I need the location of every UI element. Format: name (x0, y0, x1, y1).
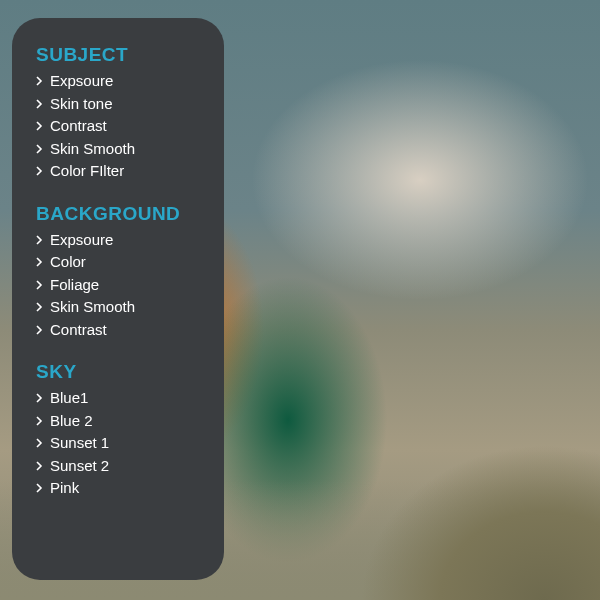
chevron-right-icon (36, 76, 46, 86)
section-background: BACKGROUND Expsoure Color Foliage Skin S… (36, 203, 214, 342)
chevron-right-icon (36, 438, 46, 448)
section-title-sky: SKY (36, 361, 214, 383)
item-label: Contrast (50, 319, 107, 342)
section-subject: SUBJECT Expsoure Skin tone Contrast Skin… (36, 44, 214, 183)
item-label: Skin tone (50, 93, 113, 116)
chevron-right-icon (36, 280, 46, 290)
item-label: Foliage (50, 274, 99, 297)
item-label: Pink (50, 477, 79, 500)
chevron-right-icon (36, 257, 46, 267)
section-title-background: BACKGROUND (36, 203, 214, 225)
item-label: Blue 2 (50, 410, 93, 433)
item-label: Blue1 (50, 387, 88, 410)
item-label: Color (50, 251, 86, 274)
item-subject-contrast[interactable]: Contrast (36, 115, 214, 138)
item-background-foliage[interactable]: Foliage (36, 274, 214, 297)
chevron-right-icon (36, 99, 46, 109)
item-label: Contrast (50, 115, 107, 138)
item-label: Sunset 2 (50, 455, 109, 478)
item-background-exposure[interactable]: Expsoure (36, 229, 214, 252)
item-subject-skin-smooth[interactable]: Skin Smooth (36, 138, 214, 161)
item-sky-sunset1[interactable]: Sunset 1 (36, 432, 214, 455)
section-sky: SKY Blue1 Blue 2 Sunset 1 Sunset 2 Pink (36, 361, 214, 500)
item-sky-pink[interactable]: Pink (36, 477, 214, 500)
chevron-right-icon (36, 235, 46, 245)
item-background-contrast[interactable]: Contrast (36, 319, 214, 342)
item-label: Expsoure (50, 229, 113, 252)
chevron-right-icon (36, 302, 46, 312)
item-label: Color FIlter (50, 160, 124, 183)
chevron-right-icon (36, 166, 46, 176)
item-sky-blue2[interactable]: Blue 2 (36, 410, 214, 433)
chevron-right-icon (36, 416, 46, 426)
item-label: Skin Smooth (50, 138, 135, 161)
chevron-right-icon (36, 325, 46, 335)
item-subject-color-filter[interactable]: Color FIlter (36, 160, 214, 183)
section-title-subject: SUBJECT (36, 44, 214, 66)
item-label: Skin Smooth (50, 296, 135, 319)
item-background-skin-smooth[interactable]: Skin Smooth (36, 296, 214, 319)
item-subject-skin-tone[interactable]: Skin tone (36, 93, 214, 116)
item-label: Expsoure (50, 70, 113, 93)
settings-panel: SUBJECT Expsoure Skin tone Contrast Skin… (12, 18, 224, 580)
chevron-right-icon (36, 121, 46, 131)
chevron-right-icon (36, 483, 46, 493)
item-subject-exposure[interactable]: Expsoure (36, 70, 214, 93)
chevron-right-icon (36, 461, 46, 471)
item-sky-blue1[interactable]: Blue1 (36, 387, 214, 410)
item-label: Sunset 1 (50, 432, 109, 455)
item-sky-sunset2[interactable]: Sunset 2 (36, 455, 214, 478)
item-background-color[interactable]: Color (36, 251, 214, 274)
chevron-right-icon (36, 393, 46, 403)
chevron-right-icon (36, 144, 46, 154)
photo-hill (320, 340, 600, 600)
